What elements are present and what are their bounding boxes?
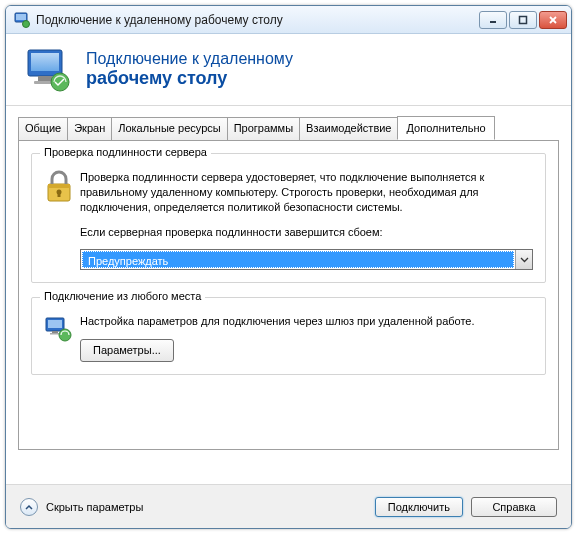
- close-button[interactable]: [539, 11, 567, 29]
- svg-rect-4: [520, 16, 527, 23]
- svg-rect-18: [52, 331, 58, 333]
- svg-rect-8: [31, 53, 59, 71]
- group-server-auth-title: Проверка подлинности сервера: [40, 146, 211, 158]
- group-server-auth: Проверка подлинности сервера Проверка по…: [31, 153, 546, 283]
- tab-strip: Общие Экран Локальные ресурсы Программы …: [18, 116, 559, 140]
- group-server-auth-content: Проверка подлинности сервера удостоверяе…: [80, 170, 533, 270]
- group-connect-anywhere-title: Подключение из любого места: [40, 290, 205, 302]
- svg-rect-19: [50, 333, 60, 335]
- chevron-up-icon: [20, 498, 38, 516]
- maximize-button[interactable]: [509, 11, 537, 29]
- header-line2: рабочему столу: [86, 68, 293, 89]
- chevron-down-icon[interactable]: [515, 250, 532, 269]
- collapse-label: Скрыть параметры: [46, 501, 143, 513]
- minimize-button[interactable]: [479, 11, 507, 29]
- gateway-desc: Настройка параметров для подключения чер…: [80, 314, 533, 329]
- auth-fail-value: Предупреждать: [82, 251, 514, 268]
- collapse-options-toggle[interactable]: Скрыть параметры: [20, 498, 375, 516]
- rdp-header-icon: [24, 46, 72, 94]
- rdp-window: Подключение к удаленному рабочему столу: [5, 5, 572, 529]
- server-auth-fail-label: Если серверная проверка подлинности заве…: [80, 225, 533, 240]
- server-auth-desc: Проверка подлинности сервера удостоверяе…: [80, 170, 533, 215]
- header-line1: Подключение к удаленному: [86, 50, 293, 68]
- titlebar[interactable]: Подключение к удаленному рабочему столу: [6, 6, 571, 34]
- tab-display[interactable]: Экран: [67, 117, 112, 141]
- svg-rect-15: [58, 192, 61, 197]
- tab-general[interactable]: Общие: [18, 117, 68, 141]
- tab-advanced[interactable]: Дополнительно: [397, 116, 494, 140]
- header: Подключение к удаленному рабочему столу: [6, 34, 571, 106]
- auth-fail-dropdown[interactable]: Предупреждать: [80, 249, 533, 270]
- connect-button[interactable]: Подключить: [375, 497, 463, 517]
- svg-rect-1: [16, 14, 26, 20]
- tab-body-advanced: Проверка подлинности сервера Проверка по…: [18, 140, 559, 450]
- tab-local-resources[interactable]: Локальные ресурсы: [111, 117, 227, 141]
- help-button[interactable]: Справка: [471, 497, 557, 517]
- svg-point-2: [23, 20, 30, 27]
- svg-rect-13: [48, 184, 70, 188]
- svg-rect-17: [48, 320, 62, 328]
- window-controls: [479, 11, 567, 29]
- window-title: Подключение к удаленному рабочему столу: [36, 13, 479, 27]
- lock-icon: [44, 170, 80, 270]
- gateway-settings-button[interactable]: Параметры...: [80, 339, 174, 362]
- header-text: Подключение к удаленному рабочему столу: [86, 50, 293, 89]
- tab-programs[interactable]: Программы: [227, 117, 300, 141]
- footer-buttons: Подключить Справка: [375, 497, 557, 517]
- app-icon: [14, 12, 30, 28]
- tab-experience[interactable]: Взаимодействие: [299, 117, 398, 141]
- gateway-icon: [44, 314, 80, 362]
- group-connect-anywhere-content: Настройка параметров для подключения чер…: [80, 314, 533, 362]
- footer: Скрыть параметры Подключить Справка: [6, 484, 571, 528]
- group-connect-anywhere: Подключение из любого места На: [31, 297, 546, 375]
- svg-rect-9: [38, 76, 52, 81]
- tab-area: Общие Экран Локальные ресурсы Программы …: [6, 106, 571, 454]
